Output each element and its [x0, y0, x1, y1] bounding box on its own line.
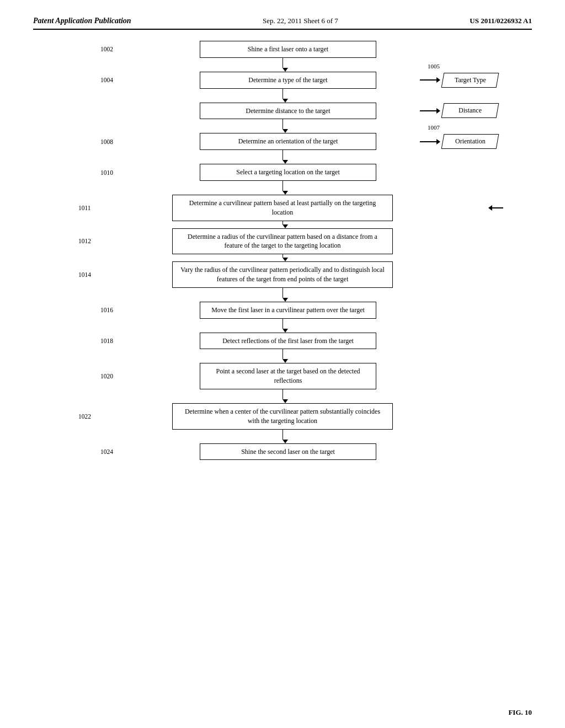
side-distance-connector: Distance — [420, 103, 498, 118]
box-1018: Detect reflections of the first laser fr… — [200, 333, 376, 350]
box-1010: Select a targeting location on the targe… — [200, 164, 376, 181]
page: Patent Application Publication Sep. 22, … — [0, 0, 565, 728]
arrow-dist-1008 — [282, 119, 283, 133]
side-1007-connector: 1007 Orientation — [420, 134, 498, 149]
label-1002: 1002 — [100, 46, 113, 52]
fig-label: FIG. 10 — [508, 708, 532, 717]
box-1016: Move the first laser in a curvilinear pa… — [200, 302, 376, 319]
header: Patent Application Publication Sep. 22, … — [33, 17, 532, 30]
box-1011: Determine a curvilinear pattern based at… — [172, 195, 393, 221]
step-1022: 1022 Determine when a center of the curv… — [45, 403, 520, 430]
box-1004: Determine a type of the target — [200, 72, 376, 89]
label-1004: 1004 — [100, 77, 113, 83]
step-1002: 1002 Shine a first laser onto a target — [45, 41, 520, 58]
header-right: US 2011/0226932 A1 — [470, 17, 532, 25]
arrow-1020-1022 — [282, 389, 283, 403]
side-1005-connector: 1005 Target Type — [420, 73, 498, 88]
arrow-1016-1018 — [282, 319, 283, 333]
step-1024: 1024 Shine the second laser on the targe… — [45, 443, 520, 461]
step-1018: 1018 Detect reflections of the first las… — [45, 333, 520, 350]
label-1005: 1005 — [428, 63, 440, 69]
header-left: Patent Application Publication — [33, 17, 131, 25]
arrow-1004-dist — [282, 89, 283, 103]
arrow-1011-1012 — [282, 221, 283, 228]
step-1014: 1014 Vary the radius of the curvilinear … — [45, 261, 520, 288]
label-1011: 1011 — [78, 205, 91, 211]
step-1020: 1020 Point a second laser at the target … — [45, 363, 520, 389]
para-box-distance: Distance — [443, 103, 498, 118]
step-1011: 1011 Determine a curvilinear pattern bas… — [45, 195, 520, 221]
label-1014: 1014 — [78, 271, 91, 278]
step-1008: 1008 Determine an orientation of the tar… — [45, 133, 520, 150]
para-box-targettype: Target Type — [443, 73, 498, 88]
arrow-1008-1010 — [282, 150, 283, 164]
box-1020: Point a second laser at the target based… — [200, 363, 376, 389]
box-1022: Determine when a center of the curviline… — [172, 403, 393, 430]
step-1012: 1012 Determine a radius of the curviline… — [45, 228, 520, 255]
para-box-orientation: Orientation — [443, 134, 498, 149]
arrow-1012-1014 — [282, 254, 283, 261]
box-1002: Shine a first laser onto a target — [200, 41, 376, 58]
box-1024: Shine the second laser on the target — [200, 443, 376, 461]
label-1018: 1018 — [100, 338, 113, 344]
arrow-1014-1016 — [282, 288, 283, 302]
arrow-1010-1011 — [282, 181, 283, 195]
arrow-1002-1004 — [282, 58, 283, 72]
label-1008: 1008 — [100, 138, 113, 145]
arrow-1018-1020 — [282, 349, 283, 363]
label-1007: 1007 — [428, 124, 440, 131]
step-distance: Determine distance to the target Distanc… — [45, 103, 520, 120]
label-1024: 1024 — [100, 448, 113, 455]
step-1010: 1010 Select a targeting location on the … — [45, 164, 520, 181]
feedback-arrow-in — [488, 205, 503, 211]
label-1016: 1016 — [100, 307, 113, 313]
arrow-1022-1024 — [282, 430, 283, 443]
box-distance: Determine distance to the target — [200, 103, 376, 120]
header-center: Sep. 22, 2011 Sheet 6 of 7 — [263, 17, 338, 25]
box-1014: Vary the radius of the curvilinear patte… — [172, 261, 393, 288]
box-1008: Determine an orientation of the target — [200, 133, 376, 150]
label-1020: 1020 — [100, 373, 113, 379]
label-1010: 1010 — [100, 169, 113, 176]
step-1016: 1016 Move the first laser in a curviline… — [45, 302, 520, 319]
label-1012: 1012 — [78, 238, 91, 244]
step-1004: 1004 Determine a type of the target 1005… — [45, 72, 520, 89]
label-1022: 1022 — [78, 413, 91, 420]
box-1012: Determine a radius of the curvilinear pa… — [172, 228, 393, 255]
flowchart: 1002 Shine a first laser onto a target 1… — [45, 41, 520, 460]
